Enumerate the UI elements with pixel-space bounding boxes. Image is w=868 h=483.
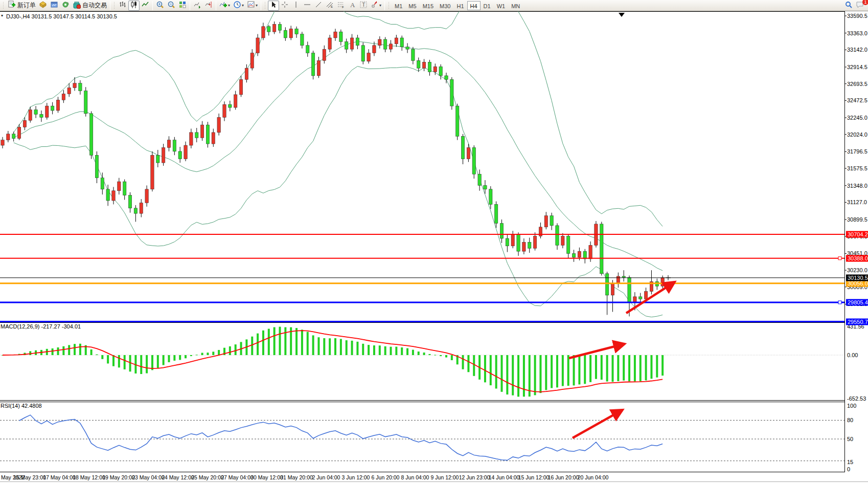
rsi-scale-15: 15	[847, 459, 853, 465]
toolbar-separator	[190, 1, 190, 10]
channel-tool-button[interactable]: E	[324, 1, 335, 11]
svg-text:T: T	[362, 2, 366, 8]
chart-shift-marker	[619, 13, 625, 17]
crosshair-tool-button[interactable]	[279, 1, 290, 11]
indicators-button[interactable]: ▾	[218, 1, 232, 11]
data-window-icon	[50, 1, 58, 11]
tile-windows-button[interactable]	[177, 1, 188, 11]
templates-button[interactable]: ▾	[245, 1, 259, 11]
fibonacci-icon: F	[337, 1, 345, 11]
fibonacci-tool-button[interactable]: F	[335, 1, 347, 11]
search-icon	[844, 1, 853, 11]
toolbar-grip[interactable]	[113, 2, 116, 10]
auto-trading-label: 自动交易	[82, 1, 107, 10]
price-tick-label: 33142.0	[847, 47, 867, 53]
timeframe-button-d1[interactable]: D1	[481, 1, 494, 10]
macd-indicator-label: MACD(12,26,9) -217.27 -304.01	[1, 323, 81, 330]
time-axis-label: 27 May 04:00	[221, 474, 254, 480]
navigator-icon	[61, 1, 70, 11]
rsi-scale-50: 50	[847, 436, 853, 442]
time-axis-label: 3 Jun 12:00	[342, 474, 370, 480]
arrow-shapes-icon	[371, 1, 379, 11]
time-axis-label: 12 Jun 23:00	[459, 474, 490, 480]
price-tick-label: 31796.5	[847, 148, 867, 155]
notifications-button[interactable]: 1	[854, 1, 866, 11]
auto-trading-button[interactable]: 自动交易	[71, 1, 108, 11]
price-line-badge: 30388.0	[846, 255, 868, 261]
arrows-tool-button[interactable]: ▾	[369, 1, 383, 11]
timeframe-button-m1[interactable]: M1	[392, 1, 405, 10]
rsi-scale-0: 0	[847, 466, 850, 472]
toolbar-grip[interactable]	[3, 2, 5, 10]
trendline-tool-button[interactable]	[313, 1, 324, 11]
market-watch-icon	[39, 1, 47, 11]
toolbar-grip[interactable]	[264, 2, 266, 10]
candlestick-chart-icon	[130, 1, 138, 11]
rsi-indicator-label: RSI(14) 42.4808	[1, 403, 42, 409]
timeframe-button-m30[interactable]: M30	[437, 1, 453, 10]
periods-button[interactable]: ▾	[232, 1, 245, 11]
new-order-label: 新订单	[17, 1, 36, 10]
tile-windows-icon	[178, 1, 187, 11]
new-order-button[interactable]: 新订单	[6, 1, 37, 11]
data-window-button[interactable]	[49, 1, 60, 11]
chevron-down-icon[interactable]: ▾	[242, 3, 244, 8]
zoom-out-button[interactable]	[166, 1, 177, 11]
toolbar-grip[interactable]	[388, 2, 390, 10]
zoom-in-button[interactable]	[154, 1, 166, 11]
price-line-badge: 29550.7	[846, 318, 868, 325]
line-chart-button[interactable]	[140, 1, 151, 11]
timeframe-button-m5[interactable]: M5	[405, 1, 419, 10]
time-axis-label: 8 Jun 04:00	[401, 474, 429, 480]
auto-scroll-button[interactable]	[192, 1, 203, 11]
svg-text:A: A	[350, 1, 355, 9]
bollinger-bands	[14, 0, 663, 317]
macd-scale-zero: 0.00	[847, 352, 858, 358]
toolbar-separator	[261, 1, 261, 10]
new-order-icon	[8, 1, 16, 11]
time-axis-label: 17 May 04:00	[43, 474, 76, 480]
navigator-button[interactable]	[60, 1, 71, 11]
indicators-add-icon	[219, 1, 227, 11]
time-axis-label: 14 Jun 04:00	[489, 474, 520, 480]
timeframe-button-m15[interactable]: M15	[420, 1, 437, 10]
clock-icon	[233, 1, 241, 11]
search-button[interactable]	[843, 1, 854, 11]
chart-shift-button[interactable]	[203, 1, 214, 11]
time-axis-label: 25 May 20:00	[191, 474, 224, 480]
horizontal-line-icon	[303, 1, 311, 11]
chart-menu-caret[interactable]: ▾	[1, 13, 3, 18]
label-tool-button[interactable]: T	[358, 1, 369, 11]
chart-canvas[interactable]	[0, 0, 868, 483]
market-watch-button[interactable]	[37, 1, 49, 11]
vertical-line-icon	[292, 1, 300, 11]
vertical-line-tool-button[interactable]	[290, 1, 302, 11]
candlestick-chart-button[interactable]	[128, 1, 140, 11]
chevron-down-icon[interactable]: ▾	[228, 3, 230, 8]
bar-chart-button[interactable]	[117, 1, 128, 11]
line-chart-icon	[141, 1, 149, 11]
price-line-badge: 29805.4	[846, 299, 868, 305]
candlestick-series	[1, 21, 665, 316]
time-axis-label: 20 Jun 04:00	[578, 474, 609, 480]
auto-trading-icon	[73, 1, 81, 11]
timeframe-button-h4[interactable]: H4	[467, 1, 481, 10]
price-tick-label: 32693.5	[847, 81, 867, 87]
cursor-tool-button[interactable]	[268, 1, 279, 11]
time-axis-label: 6 Jun 20:00	[372, 474, 400, 480]
price-tick-label: 31348.0	[847, 183, 867, 189]
red-trend-arrow	[573, 410, 623, 438]
timeframe-button-w1[interactable]: W1	[494, 1, 509, 10]
toolbar-separator	[216, 1, 216, 10]
pane-frames	[0, 11, 868, 482]
text-tool-button[interactable]: A	[347, 1, 358, 11]
chevron-down-icon[interactable]: ▾	[379, 3, 381, 8]
equidistant-channel-icon: E	[326, 1, 334, 11]
toolbar-separator	[384, 1, 385, 10]
horizontal-line-tool-button[interactable]	[302, 1, 313, 11]
chevron-down-icon[interactable]: ▾	[256, 3, 258, 8]
notification-count-badge: 1	[862, 0, 868, 5]
time-axis-label: 2 Jun 04:00	[312, 474, 340, 480]
timeframe-button-mn[interactable]: MN	[508, 1, 523, 10]
timeframe-button-h1[interactable]: H1	[453, 1, 467, 10]
